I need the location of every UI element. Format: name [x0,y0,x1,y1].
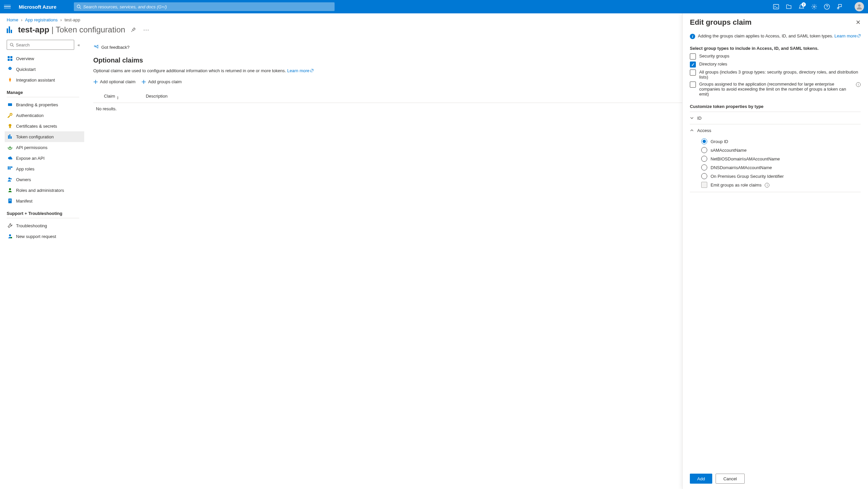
help-icon[interactable]: i [856,82,861,87]
radio-icon[interactable] [701,173,707,179]
sidebar-section-manage: Manage [7,90,85,95]
key-icon [7,113,13,118]
search-input[interactable] [83,4,332,9]
svg-line-1 [80,8,81,9]
radio-samaccountname[interactable]: sAMAccountName [701,147,861,153]
radio-dnsdomain[interactable]: DNSDomain\sAMAccountName [701,164,861,171]
tag-icon [7,102,13,107]
sidebar-item-troubleshooting[interactable]: Troubleshooting [7,220,85,231]
add-button[interactable]: Add [690,473,712,484]
menu-icon[interactable] [4,3,11,10]
pin-button[interactable] [129,25,138,34]
search-icon [76,4,81,9]
roles-icon [7,166,13,172]
sidebar-item-expose-api[interactable]: Expose an API [7,153,85,163]
checkbox-icon[interactable] [701,182,707,188]
add-groups-claim-button[interactable]: Add groups claim [142,79,182,84]
directories-icon[interactable] [786,4,792,10]
cloud-shell-icon[interactable] [773,4,779,10]
sidebar-item-roles-admin[interactable]: Roles and administrators [7,185,85,195]
accordion-header-id[interactable]: ID [690,112,861,124]
column-claim[interactable]: Claim▲▼ [104,94,119,100]
notification-badge: 7 [802,2,806,7]
sidebar-section-support: Support + Troubleshooting [7,211,85,216]
external-link-icon [310,69,313,72]
sidebar-item-overview[interactable]: Overview [7,53,85,64]
sidebar-item-label: New support request [16,234,56,239]
sidebar-item-branding[interactable]: Branding & properties [7,99,85,110]
info-text: Adding the groups claim applies to Acces… [698,33,835,38]
radio-group-id[interactable]: Group ID [701,139,861,144]
cancel-button[interactable]: Cancel [716,473,744,484]
learn-more-link[interactable]: Learn more [287,68,313,73]
svg-rect-20 [8,166,9,168]
sidebar-item-owners[interactable]: Owners [7,174,85,185]
checkbox-all-groups[interactable]: All groups (includes 3 group types: secu… [690,69,861,80]
desc-text: Optional claims are used to configure ad… [93,68,287,73]
chevron-right-icon: › [61,18,62,22]
column-description[interactable]: Description [146,94,167,100]
divider [7,218,79,218]
settings-icon[interactable] [811,4,817,10]
accordion-label: Access [697,128,711,133]
sidebar-item-support-request[interactable]: New support request [7,231,85,242]
notifications-icon[interactable]: 7 [799,4,805,10]
brand-label: Microsoft Azure [19,4,57,10]
checkbox-label: Groups assigned to the application (reco… [699,82,854,97]
svg-rect-32 [11,237,12,238]
radio-netbios[interactable]: NetBIOSDomain\sAMAccountName [701,156,861,162]
svg-point-16 [9,124,11,127]
svg-point-7 [10,43,13,46]
radio-onprem-sid[interactable]: On Premises Group Security Identifier [701,173,861,179]
checkbox-emit-roles[interactable]: Emit groups as role claimsi [701,182,861,188]
radio-icon[interactable] [701,139,707,144]
radio-icon[interactable] [701,164,707,171]
svg-rect-10 [10,56,12,58]
svg-rect-19 [11,136,12,139]
add-optional-claim-button[interactable]: Add optional claim [93,79,135,84]
panel-learn-more-link[interactable]: Learn more [835,33,861,38]
close-icon[interactable]: ✕ [856,19,861,26]
radio-icon[interactable] [701,156,707,162]
radio-label: NetBIOSDomain\sAMAccountName [711,156,780,161]
sidebar-item-label: Certificates & secrets [16,124,57,129]
sidebar-item-manifest[interactable]: Manifest [7,195,85,206]
sidebar-item-integration[interactable]: Integration assistant [7,74,85,85]
sidebar-item-authentication[interactable]: Authentication [7,110,85,121]
account-avatar[interactable] [855,2,864,11]
sidebar-item-quickstart[interactable]: Quickstart [7,64,85,74]
admin-icon [7,187,13,193]
help-icon[interactable]: i [765,183,769,187]
access-options: Group ID sAMAccountName NetBIOSDomain\sA… [690,136,861,192]
sidebar-search-input[interactable] [16,42,71,48]
radio-label: DNSDomain\sAMAccountName [711,165,772,170]
help-icon[interactable] [824,4,830,10]
checkbox-icon[interactable] [690,61,696,67]
feedback-icon[interactable] [837,4,843,10]
more-actions-button[interactable]: ··· [142,27,151,33]
sidebar-item-api-permissions[interactable]: API permissions [7,142,85,153]
svg-rect-24 [9,168,11,170]
group-types-checklist: Security groups Directory roles All grou… [690,54,861,97]
checkbox-security-groups[interactable]: Security groups [690,54,861,60]
svg-rect-23 [8,168,9,170]
sidebar-item-app-roles[interactable]: App roles [7,163,85,174]
sidebar-item-certificates[interactable]: Certificates & secrets [7,121,85,131]
checkbox-icon[interactable] [690,82,696,88]
global-search[interactable] [74,2,335,11]
info-icon: i [690,34,695,39]
sidebar-search[interactable] [7,40,74,50]
sidebar-item-token-config[interactable]: Token configuration [5,131,84,142]
radio-icon[interactable] [701,147,707,153]
collapse-sidebar-icon[interactable]: « [78,42,80,48]
svg-point-31 [9,234,11,236]
sidebar-item-label: Integration assistant [16,78,55,83]
checkbox-icon[interactable] [690,69,696,75]
breadcrumb-app-registrations[interactable]: App registrations [25,18,58,22]
accordion-header-access[interactable]: Access [690,124,861,136]
breadcrumb-home[interactable]: Home [7,18,19,22]
checkbox-directory-roles[interactable]: Directory roles [690,61,861,67]
checkbox-app-assigned-groups[interactable]: Groups assigned to the application (reco… [690,82,861,97]
owners-icon [7,177,13,182]
checkbox-icon[interactable] [690,54,696,60]
